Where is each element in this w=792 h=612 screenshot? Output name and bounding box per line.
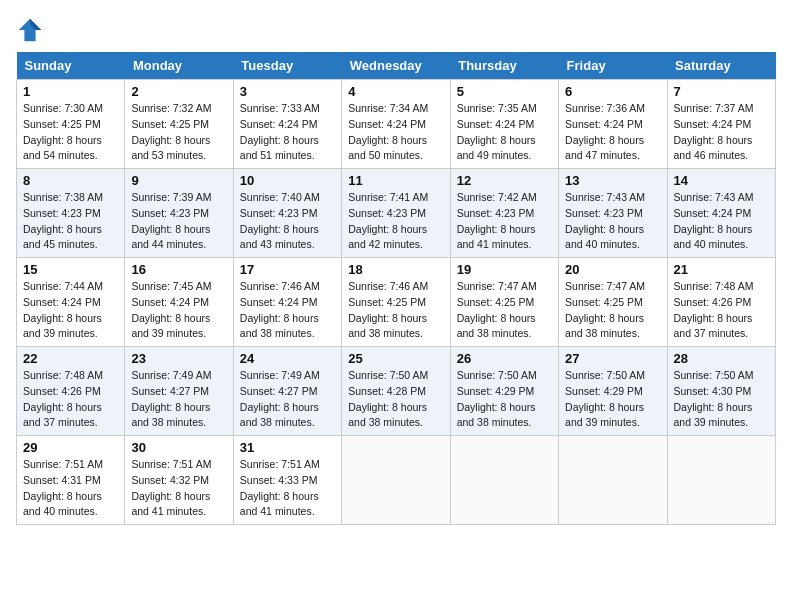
- day-number: 15: [23, 262, 118, 277]
- day-info: Sunrise: 7:33 AMSunset: 4:24 PMDaylight:…: [240, 101, 335, 164]
- page-header: [16, 16, 776, 44]
- day-info: Sunrise: 7:46 AMSunset: 4:24 PMDaylight:…: [240, 279, 335, 342]
- day-number: 26: [457, 351, 552, 366]
- column-header-thursday: Thursday: [450, 52, 558, 80]
- day-number: 29: [23, 440, 118, 455]
- day-info: Sunrise: 7:40 AMSunset: 4:23 PMDaylight:…: [240, 190, 335, 253]
- day-number: 13: [565, 173, 660, 188]
- table-row: 7 Sunrise: 7:37 AMSunset: 4:24 PMDayligh…: [667, 80, 775, 169]
- day-number: 3: [240, 84, 335, 99]
- day-number: 25: [348, 351, 443, 366]
- day-info: Sunrise: 7:50 AMSunset: 4:28 PMDaylight:…: [348, 368, 443, 431]
- day-info: Sunrise: 7:45 AMSunset: 4:24 PMDaylight:…: [131, 279, 226, 342]
- day-number: 2: [131, 84, 226, 99]
- day-info: Sunrise: 7:48 AMSunset: 4:26 PMDaylight:…: [674, 279, 769, 342]
- table-row: 29 Sunrise: 7:51 AMSunset: 4:31 PMDaylig…: [17, 436, 125, 525]
- day-info: Sunrise: 7:50 AMSunset: 4:30 PMDaylight:…: [674, 368, 769, 431]
- day-number: 31: [240, 440, 335, 455]
- day-number: 4: [348, 84, 443, 99]
- table-row: [667, 436, 775, 525]
- table-row: 5 Sunrise: 7:35 AMSunset: 4:24 PMDayligh…: [450, 80, 558, 169]
- day-info: Sunrise: 7:42 AMSunset: 4:23 PMDaylight:…: [457, 190, 552, 253]
- table-row: 4 Sunrise: 7:34 AMSunset: 4:24 PMDayligh…: [342, 80, 450, 169]
- day-number: 1: [23, 84, 118, 99]
- column-header-sunday: Sunday: [17, 52, 125, 80]
- day-info: Sunrise: 7:50 AMSunset: 4:29 PMDaylight:…: [565, 368, 660, 431]
- day-number: 18: [348, 262, 443, 277]
- column-header-friday: Friday: [559, 52, 667, 80]
- day-number: 20: [565, 262, 660, 277]
- day-info: Sunrise: 7:35 AMSunset: 4:24 PMDaylight:…: [457, 101, 552, 164]
- column-header-tuesday: Tuesday: [233, 52, 341, 80]
- table-row: 13 Sunrise: 7:43 AMSunset: 4:23 PMDaylig…: [559, 169, 667, 258]
- day-info: Sunrise: 7:47 AMSunset: 4:25 PMDaylight:…: [457, 279, 552, 342]
- day-info: Sunrise: 7:44 AMSunset: 4:24 PMDaylight:…: [23, 279, 118, 342]
- table-row: [450, 436, 558, 525]
- table-row: 11 Sunrise: 7:41 AMSunset: 4:23 PMDaylig…: [342, 169, 450, 258]
- table-row: 2 Sunrise: 7:32 AMSunset: 4:25 PMDayligh…: [125, 80, 233, 169]
- table-row: 21 Sunrise: 7:48 AMSunset: 4:26 PMDaylig…: [667, 258, 775, 347]
- day-info: Sunrise: 7:39 AMSunset: 4:23 PMDaylight:…: [131, 190, 226, 253]
- day-info: Sunrise: 7:32 AMSunset: 4:25 PMDaylight:…: [131, 101, 226, 164]
- day-info: Sunrise: 7:37 AMSunset: 4:24 PMDaylight:…: [674, 101, 769, 164]
- day-number: 27: [565, 351, 660, 366]
- column-header-monday: Monday: [125, 52, 233, 80]
- day-number: 22: [23, 351, 118, 366]
- day-info: Sunrise: 7:38 AMSunset: 4:23 PMDaylight:…: [23, 190, 118, 253]
- day-info: Sunrise: 7:43 AMSunset: 4:23 PMDaylight:…: [565, 190, 660, 253]
- table-row: 26 Sunrise: 7:50 AMSunset: 4:29 PMDaylig…: [450, 347, 558, 436]
- calendar-week-4: 22 Sunrise: 7:48 AMSunset: 4:26 PMDaylig…: [17, 347, 776, 436]
- day-info: Sunrise: 7:43 AMSunset: 4:24 PMDaylight:…: [674, 190, 769, 253]
- day-number: 30: [131, 440, 226, 455]
- table-row: 6 Sunrise: 7:36 AMSunset: 4:24 PMDayligh…: [559, 80, 667, 169]
- day-info: Sunrise: 7:51 AMSunset: 4:31 PMDaylight:…: [23, 457, 118, 520]
- table-row: [342, 436, 450, 525]
- day-info: Sunrise: 7:49 AMSunset: 4:27 PMDaylight:…: [131, 368, 226, 431]
- day-info: Sunrise: 7:47 AMSunset: 4:25 PMDaylight:…: [565, 279, 660, 342]
- day-number: 12: [457, 173, 552, 188]
- day-number: 9: [131, 173, 226, 188]
- table-row: 25 Sunrise: 7:50 AMSunset: 4:28 PMDaylig…: [342, 347, 450, 436]
- column-header-wednesday: Wednesday: [342, 52, 450, 80]
- day-info: Sunrise: 7:50 AMSunset: 4:29 PMDaylight:…: [457, 368, 552, 431]
- day-number: 10: [240, 173, 335, 188]
- day-info: Sunrise: 7:41 AMSunset: 4:23 PMDaylight:…: [348, 190, 443, 253]
- table-row: 16 Sunrise: 7:45 AMSunset: 4:24 PMDaylig…: [125, 258, 233, 347]
- table-row: 19 Sunrise: 7:47 AMSunset: 4:25 PMDaylig…: [450, 258, 558, 347]
- day-number: 17: [240, 262, 335, 277]
- day-number: 28: [674, 351, 769, 366]
- day-number: 8: [23, 173, 118, 188]
- day-number: 19: [457, 262, 552, 277]
- day-number: 16: [131, 262, 226, 277]
- logo-icon: [16, 16, 44, 44]
- day-number: 23: [131, 351, 226, 366]
- table-row: 31 Sunrise: 7:51 AMSunset: 4:33 PMDaylig…: [233, 436, 341, 525]
- table-row: 10 Sunrise: 7:40 AMSunset: 4:23 PMDaylig…: [233, 169, 341, 258]
- table-row: 20 Sunrise: 7:47 AMSunset: 4:25 PMDaylig…: [559, 258, 667, 347]
- day-info: Sunrise: 7:30 AMSunset: 4:25 PMDaylight:…: [23, 101, 118, 164]
- table-row: 15 Sunrise: 7:44 AMSunset: 4:24 PMDaylig…: [17, 258, 125, 347]
- table-row: 17 Sunrise: 7:46 AMSunset: 4:24 PMDaylig…: [233, 258, 341, 347]
- day-number: 11: [348, 173, 443, 188]
- table-row: 1 Sunrise: 7:30 AMSunset: 4:25 PMDayligh…: [17, 80, 125, 169]
- day-number: 14: [674, 173, 769, 188]
- day-number: 6: [565, 84, 660, 99]
- calendar-header-row: SundayMondayTuesdayWednesdayThursdayFrid…: [17, 52, 776, 80]
- table-row: 27 Sunrise: 7:50 AMSunset: 4:29 PMDaylig…: [559, 347, 667, 436]
- table-row: 18 Sunrise: 7:46 AMSunset: 4:25 PMDaylig…: [342, 258, 450, 347]
- calendar-week-3: 15 Sunrise: 7:44 AMSunset: 4:24 PMDaylig…: [17, 258, 776, 347]
- table-row: 22 Sunrise: 7:48 AMSunset: 4:26 PMDaylig…: [17, 347, 125, 436]
- day-number: 5: [457, 84, 552, 99]
- day-info: Sunrise: 7:51 AMSunset: 4:32 PMDaylight:…: [131, 457, 226, 520]
- day-number: 24: [240, 351, 335, 366]
- table-row: 9 Sunrise: 7:39 AMSunset: 4:23 PMDayligh…: [125, 169, 233, 258]
- table-row: 12 Sunrise: 7:42 AMSunset: 4:23 PMDaylig…: [450, 169, 558, 258]
- calendar-week-1: 1 Sunrise: 7:30 AMSunset: 4:25 PMDayligh…: [17, 80, 776, 169]
- day-info: Sunrise: 7:46 AMSunset: 4:25 PMDaylight:…: [348, 279, 443, 342]
- table-row: 14 Sunrise: 7:43 AMSunset: 4:24 PMDaylig…: [667, 169, 775, 258]
- day-number: 21: [674, 262, 769, 277]
- calendar-table: SundayMondayTuesdayWednesdayThursdayFrid…: [16, 52, 776, 525]
- table-row: 3 Sunrise: 7:33 AMSunset: 4:24 PMDayligh…: [233, 80, 341, 169]
- table-row: [559, 436, 667, 525]
- day-info: Sunrise: 7:48 AMSunset: 4:26 PMDaylight:…: [23, 368, 118, 431]
